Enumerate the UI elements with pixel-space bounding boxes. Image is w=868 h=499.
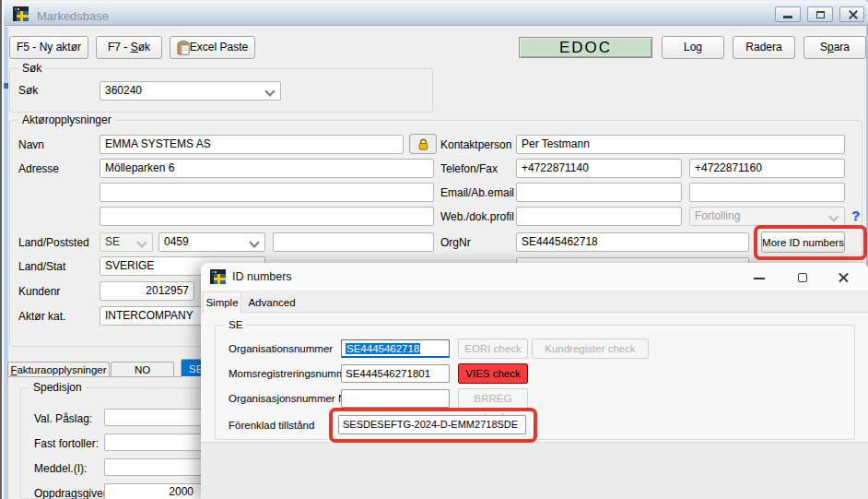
close-button[interactable]: [839, 6, 864, 22]
maximize-icon: [798, 273, 807, 282]
eori-check-button[interactable]: EORI check: [458, 339, 528, 359]
dialog-close-button[interactable]: [835, 270, 853, 285]
land-combobox[interactable]: SE: [100, 232, 153, 252]
kontaktperson-field[interactable]: Per Testmann: [516, 135, 845, 154]
dialog-minimize-button[interactable]: [751, 270, 769, 285]
window-title: Markedsbase: [37, 9, 109, 23]
web-dok-profil-label: Web./dok.profil: [440, 208, 514, 226]
spedisjon-group-title: Spedisjon: [29, 381, 86, 394]
dialog-maximize-button[interactable]: [794, 270, 813, 285]
radera-button[interactable]: Radera: [733, 36, 795, 59]
edoc-button[interactable]: EDOC: [519, 37, 652, 58]
tab-no-spedisjon[interactable]: NO spedisjon: [111, 362, 174, 376]
actor-info-group-title: Aktøropplysninger: [18, 113, 115, 126]
organisasjonsnummer-no-label: Organisasjonsnummer NO: [229, 389, 354, 408]
background-window-mark: [4, 83, 8, 89]
lock-button[interactable]: [409, 134, 437, 154]
telefon-field[interactable]: +4722871140: [516, 159, 682, 178]
markedsbase-window: Markedsbase F5 - Ny aktør F7 - Søk Excel…: [0, 0, 868, 499]
oppdragsgiver-label: Oppdragsgiver:: [34, 484, 110, 499]
adresse-field-1[interactable]: Mölleparken 6: [100, 159, 434, 178]
momsregistreringsnummer-label: Momsregistreringsnummer: [229, 364, 355, 383]
organisationsnummer-field[interactable]: SE4445462718: [341, 339, 450, 358]
maximize-button[interactable]: [807, 6, 833, 22]
organisasjonsnummer-no-field[interactable]: [341, 389, 450, 408]
adresse-label: Adresse: [18, 160, 59, 178]
search-combobox[interactable]: 360240: [100, 81, 281, 101]
tab-fakturaopplysninger[interactable]: Fakturaopplysninger: [7, 362, 110, 376]
minimize-icon: [754, 278, 765, 279]
chevron-down-icon: [136, 237, 147, 247]
dialog-title: ID numbers: [232, 270, 292, 283]
forenklad-tillstand-label: Förenklad tillstånd: [229, 416, 314, 434]
web-field[interactable]: [516, 207, 682, 226]
val-paslag-label: Val. Påslag:: [34, 410, 92, 428]
id-numbers-dialog: ID numbers Simple Advanced SE Organisati…: [201, 263, 868, 499]
vies-check-button[interactable]: VIES check: [458, 363, 528, 384]
adresse-field-3[interactable]: [100, 207, 434, 226]
dialog-titlebar[interactable]: ID numbers: [201, 263, 868, 291]
search-group-title: Søk: [18, 62, 45, 75]
postnr-combobox[interactable]: 0459: [158, 232, 265, 252]
meddel-label: Meddel.(I):: [34, 459, 87, 478]
land-poststed-label: Land/Poststed: [18, 233, 89, 252]
navn-label: Navn: [18, 136, 44, 154]
orgnr-field[interactable]: SE4445462718: [516, 232, 749, 252]
brreg-check-button[interactable]: BRREG check: [458, 388, 528, 409]
telefon-fax-label: Telefon/Fax: [440, 160, 498, 178]
chevron-down-icon: [249, 237, 259, 247]
adresse-field-2[interactable]: [100, 183, 434, 202]
search-label: Søk: [18, 81, 38, 100]
forenklad-tillstand-field[interactable]: SESDESEFTG-2024-D-EMM2718SDE: [338, 415, 526, 434]
more-id-numbers-button[interactable]: More ID numbers: [761, 232, 845, 253]
log-button[interactable]: Log: [662, 36, 724, 59]
titlebar[interactable]: Markedsbase: [4, 2, 868, 26]
maximize-icon: [816, 11, 825, 18]
fast-fortoller-label: Fast fortoller:: [34, 434, 99, 453]
app-icon: [13, 6, 29, 21]
se-group-title: SE: [225, 318, 246, 331]
kundenr-field[interactable]: 2012957: [100, 281, 194, 301]
search-button[interactable]: F7 - Søk: [96, 36, 162, 59]
dialog-lower-area: [201, 442, 868, 499]
minimize-icon: [783, 16, 792, 18]
ab-email-field[interactable]: [689, 183, 845, 202]
email-label: Email/Ab.email: [440, 184, 514, 202]
chevron-down-icon: [264, 86, 275, 96]
excel-paste-button[interactable]: Excel Paste: [170, 36, 255, 59]
poststed-field[interactable]: [273, 232, 434, 252]
land-stat-label: Land/Stat: [18, 257, 65, 276]
spara-button[interactable]: Spara: [803, 36, 866, 59]
organisationsnummer-label: Organisationsnummer: [229, 339, 333, 358]
kundenr-label: Kundenr: [18, 282, 60, 301]
fax-field[interactable]: +4722871160: [689, 159, 845, 178]
navn-field[interactable]: EMMA SYSTEMS AS: [100, 135, 404, 154]
chevron-down-icon: [828, 211, 839, 221]
clipboard-icon: [177, 41, 190, 55]
dialog-tab-simple[interactable]: Simple: [203, 291, 241, 313]
email-field[interactable]: [516, 183, 682, 202]
orgnr-label: OrgNr: [440, 233, 471, 252]
dok-profil-combobox[interactable]: Fortolling: [689, 207, 845, 226]
new-actor-button[interactable]: F5 - Ny aktør: [9, 36, 88, 59]
dialog-app-icon: [210, 269, 226, 284]
lock-icon: [416, 137, 430, 151]
kontaktperson-label: Kontaktperson: [440, 136, 511, 154]
momsregistreringsnummer-field[interactable]: SE444546271801: [341, 364, 450, 383]
dialog-tab-advanced[interactable]: Advanced: [243, 293, 300, 312]
aktor-kat-label: Aktør kat.: [18, 307, 65, 326]
minimize-button[interactable]: [775, 6, 801, 22]
kundregister-check-button[interactable]: Kundregister check: [532, 339, 649, 359]
help-icon[interactable]: ?: [851, 208, 860, 223]
